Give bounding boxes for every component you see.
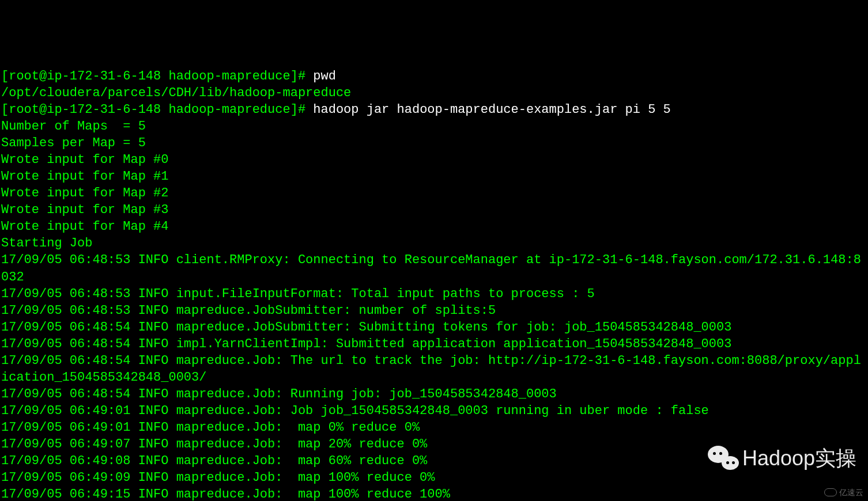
watermark-yisu: 亿速云 xyxy=(824,487,863,498)
output-line: Wrote input for Map #1 xyxy=(1,169,168,184)
output-line: Samples per Map = 5 xyxy=(1,136,146,150)
wechat-icon xyxy=(708,446,739,471)
output-line: 17/09/05 06:48:54 INFO mapreduce.JobSubm… xyxy=(1,320,731,335)
output-line: Wrote input for Map #3 xyxy=(1,203,168,217)
output-line: Starting Job xyxy=(1,236,92,251)
output-line: 17/09/05 06:48:53 INFO input.FileInputFo… xyxy=(1,287,595,301)
shell-command: hadoop jar hadoop-mapreduce-examples.jar… xyxy=(313,103,671,117)
output-line: 17/09/05 06:49:15 INFO mapreduce.Job: ma… xyxy=(1,487,450,501)
output-line: 17/09/05 06:48:54 INFO mapreduce.Job: Th… xyxy=(1,354,861,385)
shell-prompt: [root@ip-172-31-6-148 hadoop-mapreduce]# xyxy=(1,103,313,117)
output-line: Wrote input for Map #2 xyxy=(1,186,168,200)
output-line: 17/09/05 06:49:01 INFO mapreduce.Job: Jo… xyxy=(1,404,709,418)
output-line: 17/09/05 06:49:09 INFO mapreduce.Job: ma… xyxy=(1,470,435,485)
shell-prompt: [root@ip-172-31-6-148 hadoop-mapreduce]# xyxy=(1,69,313,84)
output-line: Number of Maps = 5 xyxy=(1,119,146,134)
cloud-icon xyxy=(824,488,837,496)
output-line: 17/09/05 06:49:07 INFO mapreduce.Job: ma… xyxy=(1,437,427,451)
watermark-hadoop: Hadoop实操 xyxy=(708,445,856,472)
output-line: 17/09/05 06:48:53 INFO mapreduce.JobSubm… xyxy=(1,303,496,318)
watermark-text-2: 亿速云 xyxy=(839,487,863,498)
output-line: 17/09/05 06:49:01 INFO mapreduce.Job: ma… xyxy=(1,420,420,435)
output-line: Wrote input for Map #0 xyxy=(1,153,168,167)
shell-command: pwd xyxy=(313,69,336,84)
output-line: 17/09/05 06:48:54 INFO mapreduce.Job: Ru… xyxy=(1,387,557,401)
watermark-text: Hadoop实操 xyxy=(742,445,856,472)
output-line: 17/09/05 06:48:53 INFO client.RMProxy: C… xyxy=(1,253,861,284)
output-line: 17/09/05 06:48:54 INFO impl.YarnClientIm… xyxy=(1,337,731,351)
output-line: 17/09/05 06:49:08 INFO mapreduce.Job: ma… xyxy=(1,454,427,468)
terminal-output[interactable]: [root@ip-172-31-6-148 hadoop-mapreduce]#… xyxy=(1,68,867,501)
output-line: Wrote input for Map #4 xyxy=(1,219,168,234)
output-line: /opt/cloudera/parcels/CDH/lib/hadoop-map… xyxy=(1,86,351,100)
